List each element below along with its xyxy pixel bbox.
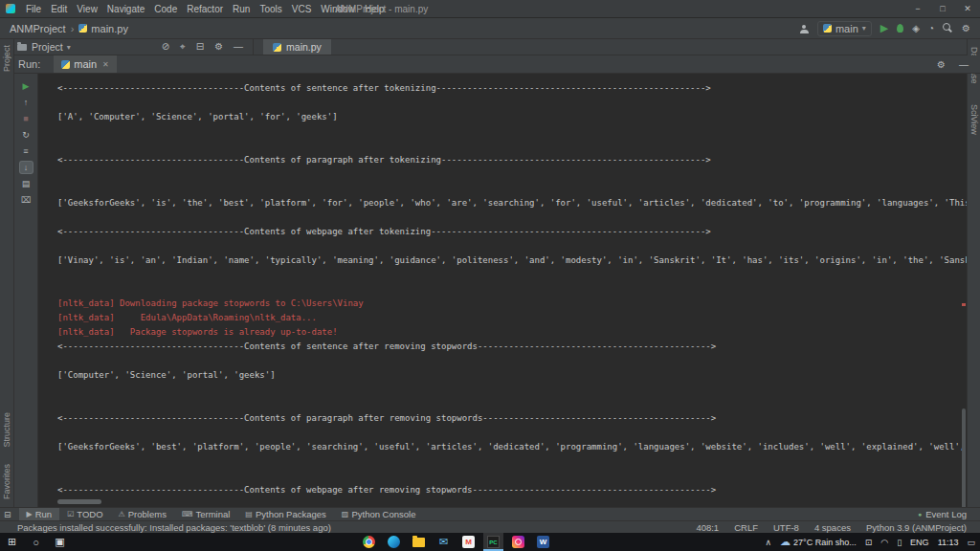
action-center-icon[interactable]: ▭ xyxy=(967,538,975,547)
rerun-icon[interactable]: ▶ xyxy=(20,80,33,92)
line-separator[interactable]: CRLF xyxy=(734,522,758,533)
search-everywhere-icon[interactable] xyxy=(943,23,953,33)
window-title: ANMProject - main.py xyxy=(335,4,428,14)
start-button-icon[interactable]: ⊞ xyxy=(0,536,24,548)
run-panel-label: Run: xyxy=(18,58,40,70)
hide-panel-icon[interactable]: — xyxy=(959,59,969,70)
horizontal-scrollbar[interactable] xyxy=(57,499,101,504)
pycharm-icon[interactable] xyxy=(483,533,503,551)
python-interpreter[interactable]: Python 3.9 (ANMProject) xyxy=(866,522,967,533)
tool-button-todo[interactable]: ☑TODO xyxy=(59,508,110,520)
tool-stripe-project[interactable]: Project xyxy=(2,45,11,72)
file-explorer-icon[interactable] xyxy=(409,533,429,551)
vertical-scrollbar[interactable] xyxy=(962,408,966,507)
tool-stripe-structure[interactable]: Structure xyxy=(2,412,11,448)
restore-layout-icon[interactable]: ↻ xyxy=(20,129,33,141)
word-icon[interactable] xyxy=(533,533,553,551)
menu-view[interactable]: View xyxy=(72,4,102,14)
debug-bug-icon[interactable] xyxy=(897,24,903,33)
tool-stripe-favorites[interactable]: Favorites xyxy=(2,464,11,499)
instagram-icon[interactable] xyxy=(508,533,528,551)
wifi-icon[interactable]: ◠ xyxy=(880,538,888,547)
python-file-icon xyxy=(78,24,87,33)
tool-button-run[interactable]: ▶Run xyxy=(19,508,60,520)
tool-button-python-packages[interactable]: ▤Python Packages xyxy=(237,508,334,520)
tool-window-bar: ⊟ ▶Run☑TODO⚠Problems⌨Terminal▤Python Pac… xyxy=(0,507,980,520)
gmail-icon[interactable] xyxy=(458,533,479,551)
hide-panel-icon[interactable]: — xyxy=(234,41,243,53)
breadcrumb-project[interactable]: ANMProject xyxy=(10,23,66,34)
windows-taskbar: ⊞ ○ ▣ ∧ ☁ 27°C Rain sho... ⊡ ◠ ▯ ENG 11:… xyxy=(0,533,980,551)
status-message[interactable]: Packages installed successfully: Install… xyxy=(17,522,331,533)
close-icon[interactable]: ✕ xyxy=(955,4,980,13)
clock[interactable]: 11:13 xyxy=(938,538,959,547)
menu-file[interactable]: File xyxy=(21,4,46,14)
edge-icon[interactable] xyxy=(384,533,404,551)
chrome-icon[interactable] xyxy=(359,533,379,551)
minimize-icon[interactable]: − xyxy=(905,4,930,13)
event-log-label: Event Log xyxy=(925,509,967,519)
menu-run[interactable]: Run xyxy=(228,4,255,14)
event-log-button[interactable]: ● Event Log xyxy=(918,509,980,519)
run-tab-label: main xyxy=(74,58,97,70)
stop-icon[interactable]: ■ xyxy=(20,113,33,124)
battery-icon[interactable]: ▯ xyxy=(897,538,902,547)
tool-window-switcher-icon[interactable]: ⊟ xyxy=(4,510,11,519)
python-file-icon xyxy=(273,43,281,52)
menu-edit[interactable]: Edit xyxy=(46,4,72,14)
console-line xyxy=(57,139,967,153)
navigate-up-icon[interactable]: ↑ xyxy=(20,97,33,108)
menu-tools[interactable]: Tools xyxy=(255,4,286,14)
locate-file-icon[interactable]: ⌖ xyxy=(180,41,186,53)
console-line xyxy=(57,182,967,196)
tool-stripe-sciview[interactable]: SciView xyxy=(969,104,979,135)
status-widgets: 408:1CRLFUTF-84 spacesPython 3.9 (ANMPro… xyxy=(696,522,980,533)
scroll-to-end-icon[interactable]: ↓ xyxy=(20,162,33,173)
print-icon[interactable]: ▤ xyxy=(20,178,33,189)
clear-all-icon[interactable]: ⌧ xyxy=(20,194,33,206)
panel-settings-icon[interactable]: ⚙ xyxy=(214,41,223,53)
console-line xyxy=(57,426,967,440)
settings-gear-icon[interactable]: ⚙ xyxy=(962,23,970,33)
file-encoding[interactable]: UTF-8 xyxy=(773,522,799,533)
menu-refactor[interactable]: Refactor xyxy=(182,4,228,14)
menu-navigate[interactable]: Navigate xyxy=(102,4,149,14)
tool-button-python-console[interactable]: ▨Python Console xyxy=(334,508,424,520)
breadcrumb-file[interactable]: main.py xyxy=(91,23,128,34)
left-tool-stripe: Project Structure Favorites xyxy=(0,39,14,507)
profiler-icon[interactable]: ◔ xyxy=(928,23,934,33)
scroll-from-source-icon[interactable]: ⊘ xyxy=(162,41,169,53)
run-tab-main[interactable]: main ✕ xyxy=(54,55,117,73)
run-button[interactable]: ▶ xyxy=(880,22,888,34)
coverage-icon[interactable]: ◈ xyxy=(912,23,920,33)
console-line xyxy=(57,239,967,253)
hidden-icons-chevron-icon[interactable]: ∧ xyxy=(766,538,772,547)
language-indicator[interactable]: ENG xyxy=(910,538,929,547)
console-line xyxy=(57,96,967,110)
indent-style[interactable]: 4 spaces xyxy=(814,522,851,533)
panel-settings-gear-icon[interactable]: ⚙ xyxy=(937,59,946,70)
tool-button-problems[interactable]: ⚠Problems xyxy=(111,508,174,520)
chevron-down-icon: ▾ xyxy=(862,24,866,33)
tool-button-terminal[interactable]: ⌨Terminal xyxy=(174,508,237,520)
maximize-icon[interactable]: □ xyxy=(930,4,955,13)
caret-position[interactable]: 408:1 xyxy=(696,522,719,533)
project-view-selector[interactable]: Project xyxy=(32,41,63,53)
pen-device-icon[interactable]: ⊡ xyxy=(865,538,873,547)
code-with-me-users-icon[interactable] xyxy=(800,30,809,33)
editor-tab-main-py[interactable]: main.py xyxy=(263,39,331,55)
menu-code[interactable]: Code xyxy=(149,4,182,14)
tool-button-label: Python Console xyxy=(351,509,415,519)
console-line: [nltk_data] Downloading package stopword… xyxy=(57,297,967,311)
search-icon[interactable]: ○ xyxy=(24,537,48,548)
soft-wrap-icon[interactable]: ≡ xyxy=(20,145,33,157)
weather-widget[interactable]: ☁ 27°C Rain sho... xyxy=(780,536,857,548)
close-tab-icon[interactable]: ✕ xyxy=(102,60,109,69)
collapse-all-icon[interactable]: ⊟ xyxy=(196,41,204,53)
run-config-selector[interactable]: main ▾ xyxy=(817,21,872,36)
menu-vcs[interactable]: VCS xyxy=(287,4,317,14)
console-line: <-----------------------------------Cont… xyxy=(57,81,967,96)
task-view-icon[interactable]: ▣ xyxy=(48,536,72,548)
mail-icon[interactable] xyxy=(434,533,454,551)
console-line xyxy=(57,383,967,397)
